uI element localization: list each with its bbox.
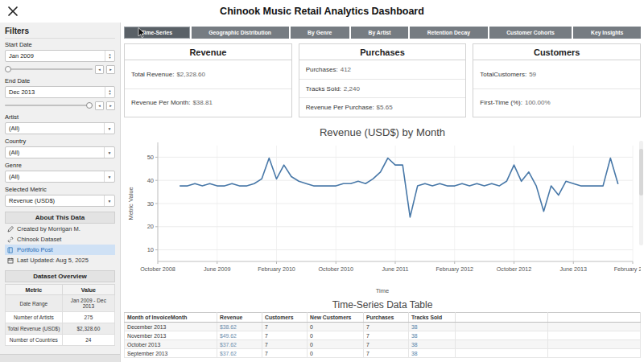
table-cell: 7 — [364, 349, 409, 358]
chevron-down-icon[interactable]: ▼ — [104, 171, 114, 182]
end-date-input[interactable]: Dec 2013 ▲▼ — [5, 86, 115, 98]
table-title: Time-Series Data Table — [124, 299, 641, 311]
tab-time-series[interactable]: Time-Series — [124, 27, 190, 39]
filter-end-date: End Date Dec 2013 ▲▼ ◂ ▸ — [5, 77, 115, 110]
slider-handle[interactable] — [5, 66, 11, 72]
x-tick-label: June 2009 — [204, 265, 231, 273]
metric-label: Revenue Per Month: — [131, 99, 190, 106]
overview-header-row: MetricValue — [6, 285, 115, 295]
end-date-slider[interactable] — [5, 105, 93, 106]
table-row: December 2013$38.6270738 — [125, 323, 641, 331]
tab-by-artist[interactable]: By Artist — [351, 27, 408, 39]
table-cell: 0 — [308, 323, 364, 331]
slider-handle[interactable] — [86, 102, 93, 109]
metric-label: Total Revenue: — [131, 71, 174, 78]
about-item-label: Chinook Dataset — [17, 236, 61, 243]
overview-row: Total Revenue (USD$)$2,328.60 — [6, 323, 115, 335]
selected-metric-dropdown[interactable]: Revenue (USD$) ▼ — [5, 195, 115, 207]
table-cell: October 2013 — [125, 340, 217, 349]
country-label: Country — [5, 138, 115, 145]
genre-dropdown[interactable]: (All) ▼ — [5, 171, 115, 183]
tab-key-insights[interactable]: Key Insights — [573, 27, 641, 39]
chevron-down-icon[interactable]: ▼ — [104, 195, 114, 206]
kpi-card-metrics: TotalCustomers:59First-Time (%):100.00% — [473, 60, 640, 117]
table-cell: 38 — [409, 323, 456, 331]
spinner-icon[interactable]: ▲▼ — [105, 51, 114, 61]
table-cell: $37.62 — [217, 349, 262, 358]
dashboard-window: Chinook Music Retail Analytics Dashboard… — [0, 0, 644, 362]
start-date-slider-row: ◂ ▸ — [5, 64, 115, 74]
about-item-chinook-dataset[interactable]: Chinook Dataset — [5, 234, 115, 245]
metric-label: First-Time (%): — [480, 99, 522, 106]
country-dropdown[interactable]: (All) ▼ — [5, 146, 115, 158]
metric-row: Total Revenue:$2,328.60 — [125, 60, 291, 89]
column-header-revenue[interactable]: Revenue — [217, 313, 262, 323]
slider-left-arrow-icon[interactable]: ◂ — [95, 65, 104, 74]
metric-value: 100.00% — [525, 99, 551, 106]
end-date-value: Dec 2013 — [9, 88, 35, 96]
table-cell-empty — [548, 340, 641, 349]
close-icon[interactable] — [7, 6, 19, 17]
kpi-card-customers: CustomersTotalCustomers:59First-Time (%)… — [473, 43, 641, 117]
chevron-down-icon[interactable]: ▼ — [104, 147, 114, 158]
kpi-cards: RevenueTotal Revenue:$2,328.60Revenue Pe… — [124, 43, 641, 117]
tab-geographic-distribution[interactable]: Geographic Distribution — [192, 27, 289, 39]
slider-right-arrow-icon[interactable]: ▸ — [106, 65, 115, 74]
column-header-new-customers[interactable]: New Customers — [308, 313, 364, 323]
metric-label: TotalCustomers: — [480, 71, 526, 78]
x-tick-label: February 2010 — [258, 265, 295, 273]
slider-left-arrow-icon[interactable]: ◂ — [95, 101, 104, 110]
table-cell: 0 — [308, 340, 364, 349]
artist-value: (All) — [9, 125, 19, 132]
filter-artist: Artist (All) ▼ — [5, 113, 115, 134]
overview-section-header: Dataset Overview — [5, 270, 115, 282]
scrollbar-thumb[interactable] — [639, 149, 643, 195]
overview-metric: Number of Countries — [6, 335, 63, 346]
filter-country: Country (All) ▼ — [5, 138, 115, 158]
table-cell: 7 — [262, 349, 308, 358]
about-item-label: Created by Morrigan M. — [17, 225, 80, 232]
table-cell: $38.62 — [217, 323, 262, 331]
table-cell: 7 — [262, 323, 308, 331]
x-tick-label: October 2010 — [318, 265, 353, 273]
about-section-header: About This Data — [5, 212, 115, 224]
overview-value: Jan 2009 - Dec 2013 — [62, 295, 114, 312]
overview-metric: Number of Artists — [6, 312, 63, 323]
column-header-purchases[interactable]: Purchases — [364, 313, 409, 323]
filter-start-date: Start Date Jan 2009 ▲▼ ◂ ▸ — [5, 41, 115, 74]
about-item-last-updated-aug-5-2025: Last Updated: Aug 5, 2025 — [5, 255, 115, 265]
y-tick-label: 50 — [147, 154, 154, 161]
metric-row: First-Time (%):100.00% — [473, 89, 640, 117]
about-item-label: Portfolio Post — [17, 246, 53, 253]
metric-row: Revenue Per Month:$38.81 — [125, 89, 291, 117]
spinner-icon[interactable]: ▲▼ — [105, 87, 114, 97]
pencil-icon — [7, 226, 14, 232]
filter-genre: Genre (All) ▼ — [5, 162, 115, 183]
artist-dropdown[interactable]: (All) ▼ — [5, 122, 115, 134]
kpi-card-title: Customers — [473, 44, 640, 60]
table-cell: 38 — [409, 349, 456, 358]
vertical-scrollbar[interactable] — [639, 141, 643, 245]
metric-row: TotalCustomers:59 — [473, 60, 640, 89]
table-row: October 2013$37.6270738 — [125, 340, 641, 349]
tab-retention-decay[interactable]: Retention Decay — [410, 27, 487, 39]
chevron-down-icon[interactable]: ▼ — [104, 123, 114, 134]
about-item-portfolio-post[interactable]: Portfolio Post — [5, 245, 115, 255]
overview-value: 24 — [62, 335, 114, 346]
chart-xlabel: Time — [124, 287, 641, 294]
column-header-month-of-invoicemonth[interactable]: Month of InvoiceMonth — [125, 313, 217, 323]
metric-value: 2,240 — [344, 85, 360, 93]
tab-customer-cohorts[interactable]: Customer Cohorts — [489, 27, 572, 39]
start-date-input[interactable]: Jan 2009 ▲▼ — [5, 50, 115, 62]
start-date-slider[interactable] — [5, 68, 93, 70]
overview-value: 275 — [62, 312, 114, 323]
chart-ylabel: Metric Value — [127, 187, 134, 220]
x-tick-label: October 2012 — [497, 265, 532, 273]
x-tick-label: February 2014 — [614, 265, 641, 273]
selected-metric-value: Revenue (USD$) — [9, 197, 55, 204]
column-header-customers[interactable]: Customers — [262, 313, 308, 323]
slider-right-arrow-icon[interactable]: ▸ — [106, 101, 115, 110]
column-header-tracks-sold[interactable]: Tracks Sold — [409, 313, 456, 323]
x-tick-label: June 2011 — [382, 265, 408, 273]
tab-by-genre[interactable]: By Genre — [291, 27, 349, 39]
